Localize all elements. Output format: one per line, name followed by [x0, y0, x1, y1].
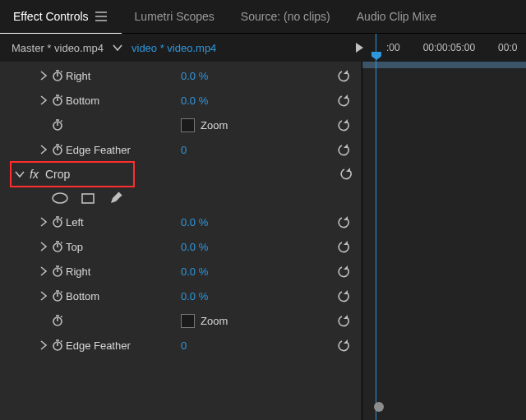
stopwatch-icon[interactable]	[49, 69, 66, 82]
chevron-right-icon[interactable]	[38, 95, 49, 106]
zoom-checkbox[interactable]	[181, 314, 195, 328]
parameters-column: Right 0.0 % Bottom 0.0 % Zoom	[0, 62, 362, 420]
param-row-zoom: Zoom	[0, 308, 362, 333]
time-tick: 00:0	[498, 42, 517, 53]
panel-tab-bar: Effect Controls Lumetri Scopes Source: (…	[0, 0, 526, 34]
chevron-right-icon[interactable]	[38, 339, 49, 351]
chevron-right-icon[interactable]	[38, 144, 49, 155]
param-value[interactable]: 0.0 %	[181, 70, 208, 82]
timeline-zoom-knob[interactable]	[374, 402, 384, 412]
mask-shape-row	[0, 187, 362, 210]
stopwatch-icon[interactable]	[49, 289, 66, 302]
param-row-right: Right 0.0 %	[0, 259, 362, 284]
param-value[interactable]: 0.0 %	[181, 265, 208, 278]
effect-section-crop[interactable]: fx Crop	[0, 162, 362, 187]
param-row-right: Right 0.0 %	[0, 63, 362, 88]
param-row-zoom: Zoom	[0, 113, 362, 137]
stopwatch-icon[interactable]	[49, 94, 66, 107]
param-row-bottom: Bottom 0.0 %	[0, 88, 362, 113]
playhead[interactable]	[376, 34, 376, 420]
zoom-checkbox[interactable]	[181, 118, 195, 132]
param-name: Right	[66, 70, 90, 82]
param-value[interactable]: 0.0 %	[181, 216, 208, 228]
tab-source[interactable]: Source: (no clips)	[228, 0, 344, 33]
param-row-edge-feather: Edge Feather 0	[0, 137, 362, 162]
master-clip-label: Master * video.mp4	[12, 42, 104, 54]
reset-icon[interactable]	[335, 215, 353, 228]
param-row-left: Left 0.0 %	[0, 210, 362, 234]
tab-label: Source: (no clips)	[241, 10, 330, 23]
param-name: Right	[66, 265, 90, 278]
zoom-label: Zoom	[201, 315, 228, 327]
tab-label: Effect Controls	[13, 10, 89, 23]
param-value[interactable]: 0.0 %	[181, 290, 208, 302]
param-name: Edge Feather	[66, 339, 131, 352]
rectangle-mask-icon[interactable]	[79, 191, 97, 205]
param-name: Top	[66, 241, 83, 253]
param-name: Left	[66, 216, 84, 228]
chevron-right-icon[interactable]	[38, 70, 49, 81]
reset-icon[interactable]	[335, 143, 353, 156]
param-value[interactable]: 0	[181, 339, 187, 352]
tab-audio-clip-mixer[interactable]: Audio Clip Mixe	[344, 0, 450, 33]
pen-mask-icon[interactable]	[107, 191, 125, 205]
param-name: Edge Feather	[66, 144, 131, 156]
reset-icon[interactable]	[335, 339, 353, 352]
chevron-right-icon[interactable]	[38, 216, 49, 228]
zoom-label: Zoom	[201, 119, 228, 132]
tab-lumetri-scopes[interactable]: Lumetri Scopes	[122, 0, 228, 33]
param-value[interactable]: 0	[181, 144, 187, 156]
reset-icon[interactable]	[335, 69, 353, 82]
clip-name-link[interactable]: video * video.mp4	[132, 42, 216, 54]
param-value[interactable]: 0.0 %	[181, 241, 208, 253]
clip-dropdown-icon[interactable]	[110, 42, 125, 53]
tab-label: Lumetri Scopes	[135, 10, 215, 23]
tab-effect-controls[interactable]: Effect Controls	[0, 0, 122, 35]
stopwatch-icon[interactable]	[49, 118, 66, 132]
chevron-right-icon[interactable]	[38, 290, 49, 302]
clip-header-row: Master * video.mp4 video * video.mp4 :00…	[0, 34, 526, 62]
reset-icon[interactable]	[335, 118, 353, 132]
stopwatch-icon[interactable]	[49, 143, 66, 156]
stopwatch-icon[interactable]	[49, 240, 66, 253]
reset-icon[interactable]	[335, 289, 353, 302]
timeline-clip-zone	[362, 62, 526, 68]
chevron-right-icon[interactable]	[38, 241, 49, 252]
stopwatch-icon[interactable]	[49, 314, 66, 327]
param-row-bottom: Bottom 0.0 %	[0, 284, 362, 308]
chevron-right-icon[interactable]	[38, 265, 49, 277]
effect-controls-panel: Effect Controls Lumetri Scopes Source: (…	[0, 0, 526, 420]
param-value[interactable]: 0.0 %	[181, 95, 208, 107]
main-split: Right 0.0 % Bottom 0.0 % Zoom	[0, 62, 526, 420]
reset-icon[interactable]	[335, 314, 353, 327]
param-row-top: Top 0.0 %	[0, 234, 362, 259]
panel-menu-icon[interactable]	[94, 11, 108, 22]
timeline-column[interactable]	[362, 62, 526, 420]
reset-icon[interactable]	[340, 167, 353, 182]
fx-badge-icon: fx	[30, 168, 39, 181]
chevron-down-icon[interactable]	[0, 168, 30, 180]
ellipse-mask-icon[interactable]	[51, 191, 69, 205]
stopwatch-icon[interactable]	[49, 339, 66, 352]
effect-name: Crop	[45, 168, 70, 181]
time-tick: 00:00:05:00	[423, 42, 475, 53]
time-tick: :00	[386, 42, 400, 53]
reset-icon[interactable]	[335, 94, 353, 107]
stopwatch-icon[interactable]	[49, 265, 66, 278]
tab-label: Audio Clip Mixe	[357, 10, 436, 23]
param-row-edge-feather: Edge Feather 0	[0, 333, 362, 358]
stopwatch-icon[interactable]	[49, 215, 66, 228]
reset-icon[interactable]	[335, 240, 353, 253]
play-icon[interactable]	[353, 41, 365, 54]
reset-icon[interactable]	[335, 265, 353, 278]
param-name: Bottom	[66, 290, 99, 302]
param-name: Bottom	[66, 95, 99, 107]
timeline-ruler[interactable]: :00 00:00:05:00 00:0	[373, 42, 526, 53]
